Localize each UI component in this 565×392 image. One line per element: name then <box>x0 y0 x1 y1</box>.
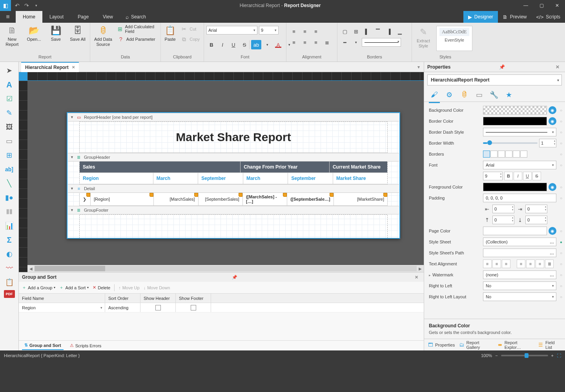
bold-button[interactable]: B <box>206 40 217 49</box>
align-mid-right[interactable]: ≡ <box>311 38 321 47</box>
smart-tag-icon[interactable] <box>330 193 334 197</box>
col-show-footer[interactable]: Show Footer <box>176 294 211 303</box>
row-show-footer[interactable] <box>176 303 211 312</box>
font-name-value[interactable]: Arial <box>483 161 556 169</box>
watermark-value[interactable]: (none) <box>483 270 556 279</box>
tool-character-comb[interactable]: ab] <box>2 163 16 176</box>
col-show-header[interactable]: Show Header <box>140 294 176 303</box>
row-show-header[interactable] <box>140 303 176 312</box>
band-group-footer[interactable]: ▼≣GroupFooter <box>68 206 399 214</box>
zoom-slider[interactable] <box>501 355 548 356</box>
tool-shape[interactable]: ▮● <box>2 191 16 204</box>
vertical-ruler[interactable] <box>19 81 27 272</box>
border-none[interactable]: ▢ <box>340 27 350 36</box>
row-field[interactable]: Region▾ <box>19 303 105 312</box>
add-calculated-field-button[interactable]: ⊞Add Calculated Field <box>116 24 158 34</box>
mode-preview[interactable]: 🗎Preview <box>498 11 532 23</box>
halign-left[interactable]: ≡ <box>517 260 525 268</box>
qat-undo-icon[interactable]: ↶ <box>13 2 21 9</box>
footer-properties[interactable]: 🗔Properties <box>427 342 455 348</box>
border-width-slider[interactable] <box>483 142 538 144</box>
cell-share[interactable]: [MarketShare] <box>334 193 387 205</box>
cell-march-expr[interactable]: ([MarchSales] - […] <box>243 193 287 205</box>
cell-march-sales[interactable]: [MarchSales] <box>154 193 198 205</box>
font-size-combo[interactable]: 9 <box>259 26 279 34</box>
underline-button[interactable]: U <box>228 40 239 49</box>
prop-tab-appearance[interactable]: 🖌 <box>428 89 441 101</box>
close-button[interactable]: ✕ <box>549 0 565 11</box>
report-page[interactable]: ▼▭ReportHeader [one band per report] Mar… <box>67 112 400 239</box>
move-down-button[interactable]: ↓Move Down <box>144 285 170 290</box>
border-color-button[interactable]: ▾ <box>351 38 361 47</box>
cell-sept-sales[interactable]: [SeptemberSales] <box>199 193 243 205</box>
horizontal-scrollbar[interactable]: ◀ ▶ <box>27 265 424 272</box>
page-color-value[interactable] <box>483 227 547 235</box>
app-icon[interactable]: ◧ <box>0 0 11 11</box>
scroll-right-icon[interactable]: ▶ <box>417 267 424 271</box>
align-justify[interactable]: ≣ <box>322 38 332 47</box>
border-top[interactable]: ▔ <box>373 27 383 36</box>
smart-tag-icon[interactable] <box>239 193 242 197</box>
band-detail[interactable]: ▼≡Detail <box>68 184 399 193</box>
font-underline-toggle[interactable]: U <box>523 172 532 180</box>
paste-button[interactable]: 📋Paste <box>163 24 177 42</box>
zoom-out-icon[interactable]: − <box>495 353 498 358</box>
rtl-value[interactable]: No <box>483 281 556 290</box>
tool-table[interactable]: ⊞ <box>2 149 16 162</box>
object-selector[interactable]: HierarchicalReport Report <box>427 74 562 85</box>
collapse-icon[interactable]: ▼ <box>70 115 74 119</box>
document-tab[interactable]: Hierarchical Report ✕ <box>21 62 79 72</box>
tab-layout[interactable]: Layout <box>42 11 71 23</box>
tool-chart[interactable]: 📊 <box>2 220 16 232</box>
tool-line[interactable]: ╲ <box>2 177 16 190</box>
expand-arrow[interactable]: ❯ <box>80 193 91 205</box>
mode-scripts[interactable]: </>Scripts <box>532 11 565 23</box>
smart-tag-icon[interactable] <box>283 193 287 197</box>
prop-tab-data[interactable]: 🛢 <box>458 89 470 101</box>
tab-view[interactable]: View <box>96 11 120 23</box>
tool-label[interactable]: A <box>2 78 16 91</box>
header-march2[interactable]: March <box>243 173 288 184</box>
gear-icon[interactable]: ◉ <box>549 227 556 235</box>
maximize-button[interactable]: ▢ <box>534 0 549 11</box>
fontcolor-button[interactable]: A <box>273 40 283 49</box>
scroll-left-icon[interactable]: ◀ <box>27 267 35 271</box>
foreground-value[interactable] <box>483 183 547 191</box>
border-style-combo[interactable] <box>362 38 401 47</box>
header-september[interactable]: September <box>198 173 243 184</box>
tool-richtext[interactable]: ✎ <box>2 107 16 119</box>
cell-sept-expr[interactable]: ([SeptemberSale…] <box>287 193 334 205</box>
cut-button[interactable]: ✂Cut <box>179 24 201 34</box>
tab-scripts-errors[interactable]: ⚠Scripts Errors <box>67 341 104 350</box>
pad-bottom[interactable]: 0 <box>525 216 547 224</box>
horizontal-ruler[interactable] <box>27 72 424 81</box>
pin-icon[interactable]: 📌 <box>497 64 507 70</box>
gear-icon[interactable]: ◉ <box>549 183 556 191</box>
close-tab-icon[interactable]: ✕ <box>72 65 75 69</box>
smart-tag-icon[interactable] <box>383 193 387 197</box>
strike-button[interactable]: S <box>239 40 250 49</box>
border-left[interactable]: ▌ <box>362 27 372 36</box>
mode-designer[interactable]: ▶Designer <box>463 11 498 23</box>
zoom-in-icon[interactable]: + <box>551 353 554 358</box>
report-title-cell[interactable]: Market Share Report <box>80 122 387 153</box>
tool-sparkline[interactable]: Σ <box>2 234 16 246</box>
tool-checkbox[interactable]: ☑ <box>2 93 16 105</box>
bg-color-value[interactable] <box>483 106 547 114</box>
border-width-spinner[interactable]: 1 <box>539 139 556 147</box>
italic-button[interactable]: I <box>217 40 228 49</box>
copy-button[interactable]: ⧉Copy <box>179 34 201 44</box>
cell-region[interactable]: [Region] <box>91 193 154 205</box>
pad-top[interactable]: 0 <box>492 216 514 224</box>
halign-justify[interactable]: ≣ <box>545 260 554 268</box>
extract-style-button[interactable]: ✎Extract Style <box>414 26 432 48</box>
border-width-button[interactable]: ━ <box>340 38 350 47</box>
tool-zipcode[interactable]: 〰 <box>2 262 16 274</box>
align-top-left[interactable]: ≡ <box>289 27 299 36</box>
pad-right[interactable]: 0 <box>525 205 547 213</box>
collapse-icon[interactable]: ▼ <box>70 155 74 159</box>
smart-tag-icon[interactable] <box>194 193 198 197</box>
highlight-button[interactable]: ab <box>251 40 261 49</box>
tool-pdf[interactable]: PDF <box>4 290 15 298</box>
open-button[interactable]: 📂Open... <box>24 24 44 42</box>
